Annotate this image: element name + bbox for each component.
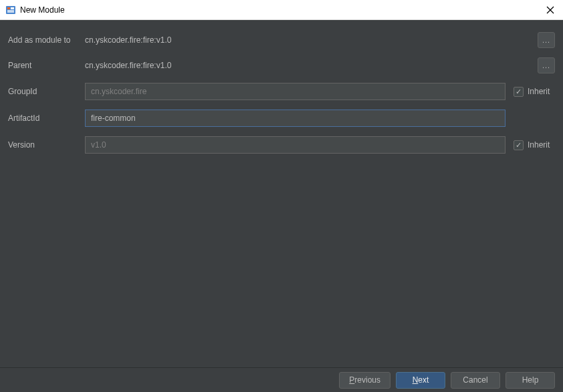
- svg-rect-1: [7, 7, 10, 9]
- version-input[interactable]: [85, 136, 505, 154]
- previous-button[interactable]: Previous: [339, 372, 390, 389]
- groupid-inherit-label: Inherit: [528, 87, 550, 96]
- svg-rect-2: [11, 7, 14, 9]
- window-title: New Module: [20, 5, 65, 15]
- groupid-inherit-group: Inherit: [514, 87, 555, 97]
- version-inherit-checkbox[interactable]: [514, 140, 524, 150]
- dialog-footer: Previous Next Cancel Help: [0, 367, 563, 392]
- groupid-label: GroupId: [8, 87, 85, 96]
- add-module-label: Add as module to: [8, 35, 85, 45]
- groupid-input[interactable]: [85, 83, 505, 100]
- previous-rest: revious: [354, 375, 380, 385]
- version-inherit-label: Inherit: [528, 140, 550, 150]
- app-icon: [5, 5, 16, 15]
- next-rest: ext: [418, 375, 429, 385]
- parent-value: cn.yskcoder.fire:fire:v1.0: [85, 61, 532, 70]
- artifactid-row: ArtifactId: [8, 110, 555, 127]
- dialog-content: Add as module to cn.yskcoder.fire:fire:v…: [0, 20, 563, 367]
- help-button[interactable]: Help: [505, 372, 555, 389]
- parent-browse-button[interactable]: ...: [538, 57, 555, 73]
- groupid-inherit-checkbox[interactable]: [514, 87, 524, 97]
- artifactid-input[interactable]: [85, 110, 505, 127]
- version-inherit-group: Inherit: [514, 140, 555, 150]
- add-module-value: cn.yskcoder.fire:fire:v1.0: [85, 35, 532, 45]
- cancel-button[interactable]: Cancel: [451, 372, 500, 389]
- groupid-row: GroupId Inherit: [8, 83, 555, 100]
- parent-row: Parent cn.yskcoder.fire:fire:v1.0 ...: [8, 57, 555, 73]
- svg-rect-3: [7, 10, 14, 13]
- parent-label: Parent: [8, 61, 85, 70]
- add-module-row: Add as module to cn.yskcoder.fire:fire:v…: [8, 32, 555, 48]
- next-button[interactable]: Next: [396, 372, 445, 389]
- close-icon[interactable]: [544, 4, 556, 16]
- titlebar: New Module: [0, 0, 563, 20]
- version-label: Version: [8, 140, 85, 150]
- version-row: Version Inherit: [8, 136, 555, 154]
- artifactid-label: ArtifactId: [8, 114, 85, 123]
- add-module-browse-button[interactable]: ...: [538, 32, 555, 48]
